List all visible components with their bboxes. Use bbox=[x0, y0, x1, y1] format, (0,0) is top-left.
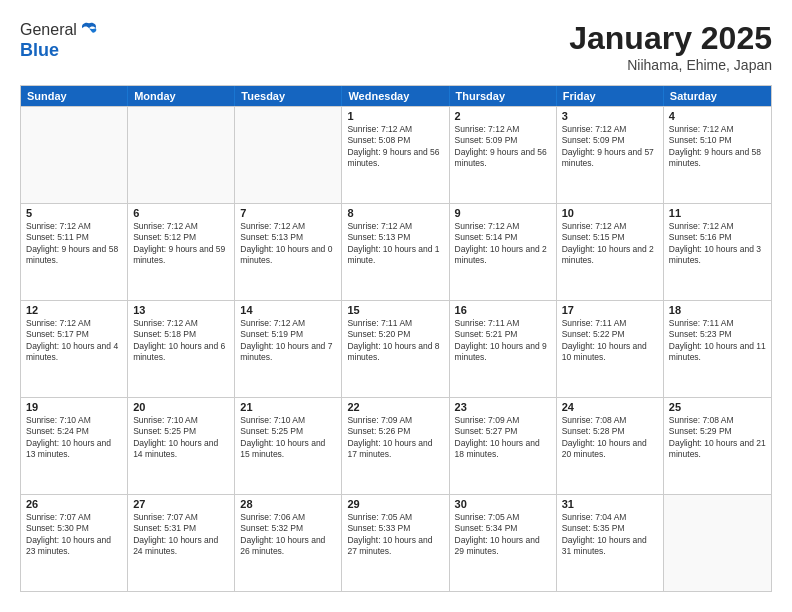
day-number: 11 bbox=[669, 207, 766, 219]
page: General Blue January 2025 Niihama, Ehime… bbox=[0, 0, 792, 612]
day-number: 20 bbox=[133, 401, 229, 413]
day-number: 19 bbox=[26, 401, 122, 413]
day-number: 9 bbox=[455, 207, 551, 219]
day-info: Sunrise: 7:12 AMSunset: 5:10 PMDaylight:… bbox=[669, 124, 766, 170]
calendar-day-6: 6Sunrise: 7:12 AMSunset: 5:12 PMDaylight… bbox=[128, 204, 235, 300]
day-number: 31 bbox=[562, 498, 658, 510]
day-info: Sunrise: 7:07 AMSunset: 5:31 PMDaylight:… bbox=[133, 512, 229, 558]
day-info: Sunrise: 7:11 AMSunset: 5:23 PMDaylight:… bbox=[669, 318, 766, 364]
calendar-day-empty bbox=[664, 495, 771, 591]
logo-blue-text: Blue bbox=[20, 40, 99, 61]
day-info: Sunrise: 7:05 AMSunset: 5:33 PMDaylight:… bbox=[347, 512, 443, 558]
calendar: SundayMondayTuesdayWednesdayThursdayFrid… bbox=[20, 85, 772, 592]
day-info: Sunrise: 7:12 AMSunset: 5:08 PMDaylight:… bbox=[347, 124, 443, 170]
calendar-week-1: 1Sunrise: 7:12 AMSunset: 5:08 PMDaylight… bbox=[21, 106, 771, 203]
day-info: Sunrise: 7:08 AMSunset: 5:28 PMDaylight:… bbox=[562, 415, 658, 461]
day-info: Sunrise: 7:12 AMSunset: 5:11 PMDaylight:… bbox=[26, 221, 122, 267]
calendar-day-empty bbox=[235, 107, 342, 203]
day-info: Sunrise: 7:11 AMSunset: 5:21 PMDaylight:… bbox=[455, 318, 551, 364]
calendar-week-4: 19Sunrise: 7:10 AMSunset: 5:24 PMDayligh… bbox=[21, 397, 771, 494]
day-number: 25 bbox=[669, 401, 766, 413]
calendar-day-25: 25Sunrise: 7:08 AMSunset: 5:29 PMDayligh… bbox=[664, 398, 771, 494]
day-number: 23 bbox=[455, 401, 551, 413]
day-number: 16 bbox=[455, 304, 551, 316]
month-title: January 2025 bbox=[569, 20, 772, 57]
day-number: 6 bbox=[133, 207, 229, 219]
calendar-day-21: 21Sunrise: 7:10 AMSunset: 5:25 PMDayligh… bbox=[235, 398, 342, 494]
calendar-day-18: 18Sunrise: 7:11 AMSunset: 5:23 PMDayligh… bbox=[664, 301, 771, 397]
day-number: 30 bbox=[455, 498, 551, 510]
logo: General Blue bbox=[20, 20, 99, 61]
location: Niihama, Ehime, Japan bbox=[569, 57, 772, 73]
day-info: Sunrise: 7:12 AMSunset: 5:18 PMDaylight:… bbox=[133, 318, 229, 364]
day-info: Sunrise: 7:10 AMSunset: 5:25 PMDaylight:… bbox=[133, 415, 229, 461]
day-number: 2 bbox=[455, 110, 551, 122]
day-number: 18 bbox=[669, 304, 766, 316]
day-number: 1 bbox=[347, 110, 443, 122]
day-number: 17 bbox=[562, 304, 658, 316]
day-number: 28 bbox=[240, 498, 336, 510]
calendar-day-16: 16Sunrise: 7:11 AMSunset: 5:21 PMDayligh… bbox=[450, 301, 557, 397]
calendar-day-8: 8Sunrise: 7:12 AMSunset: 5:13 PMDaylight… bbox=[342, 204, 449, 300]
day-number: 26 bbox=[26, 498, 122, 510]
day-number: 21 bbox=[240, 401, 336, 413]
calendar-day-27: 27Sunrise: 7:07 AMSunset: 5:31 PMDayligh… bbox=[128, 495, 235, 591]
day-number: 12 bbox=[26, 304, 122, 316]
calendar-week-5: 26Sunrise: 7:07 AMSunset: 5:30 PMDayligh… bbox=[21, 494, 771, 591]
calendar-day-22: 22Sunrise: 7:09 AMSunset: 5:26 PMDayligh… bbox=[342, 398, 449, 494]
day-number: 22 bbox=[347, 401, 443, 413]
header-day-monday: Monday bbox=[128, 86, 235, 106]
day-info: Sunrise: 7:12 AMSunset: 5:13 PMDaylight:… bbox=[347, 221, 443, 267]
day-number: 15 bbox=[347, 304, 443, 316]
day-info: Sunrise: 7:05 AMSunset: 5:34 PMDaylight:… bbox=[455, 512, 551, 558]
day-info: Sunrise: 7:04 AMSunset: 5:35 PMDaylight:… bbox=[562, 512, 658, 558]
header-day-wednesday: Wednesday bbox=[342, 86, 449, 106]
calendar-day-15: 15Sunrise: 7:11 AMSunset: 5:20 PMDayligh… bbox=[342, 301, 449, 397]
calendar-day-4: 4Sunrise: 7:12 AMSunset: 5:10 PMDaylight… bbox=[664, 107, 771, 203]
calendar-day-14: 14Sunrise: 7:12 AMSunset: 5:19 PMDayligh… bbox=[235, 301, 342, 397]
day-info: Sunrise: 7:11 AMSunset: 5:22 PMDaylight:… bbox=[562, 318, 658, 364]
day-info: Sunrise: 7:12 AMSunset: 5:16 PMDaylight:… bbox=[669, 221, 766, 267]
header-day-sunday: Sunday bbox=[21, 86, 128, 106]
calendar-day-9: 9Sunrise: 7:12 AMSunset: 5:14 PMDaylight… bbox=[450, 204, 557, 300]
day-info: Sunrise: 7:12 AMSunset: 5:14 PMDaylight:… bbox=[455, 221, 551, 267]
calendar-day-empty bbox=[128, 107, 235, 203]
day-info: Sunrise: 7:07 AMSunset: 5:30 PMDaylight:… bbox=[26, 512, 122, 558]
header: General Blue January 2025 Niihama, Ehime… bbox=[20, 20, 772, 73]
day-info: Sunrise: 7:12 AMSunset: 5:19 PMDaylight:… bbox=[240, 318, 336, 364]
calendar-day-28: 28Sunrise: 7:06 AMSunset: 5:32 PMDayligh… bbox=[235, 495, 342, 591]
day-number: 27 bbox=[133, 498, 229, 510]
calendar-day-20: 20Sunrise: 7:10 AMSunset: 5:25 PMDayligh… bbox=[128, 398, 235, 494]
day-number: 3 bbox=[562, 110, 658, 122]
logo-general-text: General bbox=[20, 21, 77, 39]
calendar-day-30: 30Sunrise: 7:05 AMSunset: 5:34 PMDayligh… bbox=[450, 495, 557, 591]
day-info: Sunrise: 7:12 AMSunset: 5:17 PMDaylight:… bbox=[26, 318, 122, 364]
logo-bird-icon bbox=[79, 20, 99, 40]
day-info: Sunrise: 7:09 AMSunset: 5:27 PMDaylight:… bbox=[455, 415, 551, 461]
day-number: 29 bbox=[347, 498, 443, 510]
calendar-day-5: 5Sunrise: 7:12 AMSunset: 5:11 PMDaylight… bbox=[21, 204, 128, 300]
calendar-day-11: 11Sunrise: 7:12 AMSunset: 5:16 PMDayligh… bbox=[664, 204, 771, 300]
day-info: Sunrise: 7:10 AMSunset: 5:25 PMDaylight:… bbox=[240, 415, 336, 461]
calendar-day-13: 13Sunrise: 7:12 AMSunset: 5:18 PMDayligh… bbox=[128, 301, 235, 397]
day-number: 10 bbox=[562, 207, 658, 219]
day-info: Sunrise: 7:12 AMSunset: 5:15 PMDaylight:… bbox=[562, 221, 658, 267]
day-info: Sunrise: 7:08 AMSunset: 5:29 PMDaylight:… bbox=[669, 415, 766, 461]
day-info: Sunrise: 7:12 AMSunset: 5:12 PMDaylight:… bbox=[133, 221, 229, 267]
header-day-tuesday: Tuesday bbox=[235, 86, 342, 106]
header-day-saturday: Saturday bbox=[664, 86, 771, 106]
calendar-day-1: 1Sunrise: 7:12 AMSunset: 5:08 PMDaylight… bbox=[342, 107, 449, 203]
calendar-day-26: 26Sunrise: 7:07 AMSunset: 5:30 PMDayligh… bbox=[21, 495, 128, 591]
calendar-day-19: 19Sunrise: 7:10 AMSunset: 5:24 PMDayligh… bbox=[21, 398, 128, 494]
calendar-week-3: 12Sunrise: 7:12 AMSunset: 5:17 PMDayligh… bbox=[21, 300, 771, 397]
day-number: 13 bbox=[133, 304, 229, 316]
calendar-day-31: 31Sunrise: 7:04 AMSunset: 5:35 PMDayligh… bbox=[557, 495, 664, 591]
calendar-day-empty bbox=[21, 107, 128, 203]
day-info: Sunrise: 7:12 AMSunset: 5:09 PMDaylight:… bbox=[455, 124, 551, 170]
calendar-day-17: 17Sunrise: 7:11 AMSunset: 5:22 PMDayligh… bbox=[557, 301, 664, 397]
day-number: 5 bbox=[26, 207, 122, 219]
day-info: Sunrise: 7:12 AMSunset: 5:13 PMDaylight:… bbox=[240, 221, 336, 267]
day-number: 24 bbox=[562, 401, 658, 413]
calendar-day-2: 2Sunrise: 7:12 AMSunset: 5:09 PMDaylight… bbox=[450, 107, 557, 203]
day-info: Sunrise: 7:09 AMSunset: 5:26 PMDaylight:… bbox=[347, 415, 443, 461]
